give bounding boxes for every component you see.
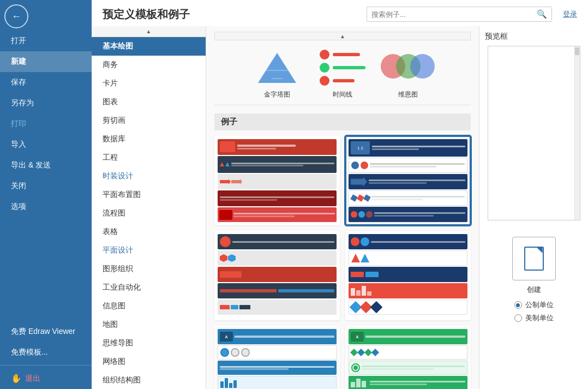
cat-item-flowchart[interactable]: 流程图 — [92, 204, 206, 223]
sidebar-item-new[interactable]: 新建 — [0, 51, 92, 72]
example-preview-2: 1 2 — [346, 137, 470, 224]
login-link[interactable]: 登录 — [563, 9, 577, 19]
gallery-scroll-up[interactable]: ▲ — [214, 32, 471, 40]
example-item-6[interactable]: A — [345, 326, 471, 389]
cat-item-chart[interactable]: 图表 — [92, 93, 206, 111]
preview-scroll-thumb[interactable] — [575, 47, 579, 55]
cat-item-orgshape[interactable]: 图形组织 — [92, 260, 206, 278]
sidebar-divider — [0, 365, 92, 366]
create-button[interactable] — [512, 237, 556, 280]
example-preview-4 — [346, 232, 470, 319]
create-label: 创建 — [527, 285, 541, 295]
content-area: ▲ 基本绘图 商务 卡片 图表 剪切画 数据库 工程 时装设计 — [92, 26, 588, 389]
sidebar-item-open[interactable]: 打开 — [0, 31, 92, 51]
sidebar-item-export[interactable]: 导出 & 发送 — [0, 155, 92, 176]
timeline-preview — [315, 49, 370, 87]
sidebar-item-options[interactable]: 选项 — [0, 196, 92, 217]
example-preview-6: A — [346, 327, 470, 389]
example-preview-1 — [215, 137, 339, 224]
cat-item-engineering[interactable]: 工程 — [92, 148, 206, 167]
page-title: 预定义模板和例子 — [103, 7, 190, 22]
cat-item-orgchart[interactable]: 组织结构图 — [92, 371, 206, 389]
sidebar-item-import[interactable]: 导入 — [0, 134, 92, 155]
cat-item-map[interactable]: 地图 — [92, 315, 206, 334]
template-gallery: ▲ 金字塔图 — [206, 26, 479, 389]
preview-box — [488, 46, 580, 220]
preview-pane: 预览框 创建 公制单位 — [479, 26, 588, 389]
sidebar-item-save[interactable]: 保存 — [0, 72, 92, 93]
venn-preview — [381, 49, 435, 87]
examples-header: 例子 — [214, 113, 471, 130]
example-item-1[interactable] — [214, 136, 340, 225]
exit-icon: ✋ — [11, 373, 22, 384]
sidebar: ← 打开 新建 保存 另存为 打印 导入 导出 & 发送 关闭 选项 免费 Ed… — [0, 0, 92, 389]
examples-grid: 1 2 — [214, 136, 471, 389]
sidebar-item-saveas[interactable]: 另存为 — [0, 93, 92, 113]
template-timeline[interactable]: 时间线 — [315, 49, 370, 99]
example-preview-3 — [215, 232, 339, 319]
category-list: ▲ 基本绘图 商务 卡片 图表 剪切画 数据库 工程 时装设计 — [92, 26, 206, 389]
category-scroll-up[interactable]: ▲ — [92, 26, 206, 37]
sidebar-item-viewer[interactable]: 免费 Edraw Viewer — [0, 321, 92, 342]
cat-item-database[interactable]: 数据库 — [92, 130, 206, 148]
top-templates-row: 金字塔图 — [214, 43, 471, 105]
radio-circle-us — [514, 314, 522, 322]
document-icon — [524, 247, 544, 271]
back-button[interactable]: ← — [4, 4, 28, 28]
cat-item-infographic[interactable]: 信息图 — [92, 297, 206, 315]
sidebar-item-template[interactable]: 免费模板... — [0, 342, 92, 363]
cat-item-basic[interactable]: 基本绘图 — [92, 37, 206, 56]
example-preview-5: A — [215, 327, 339, 389]
radio-public-unit[interactable]: 公制单位 — [514, 300, 554, 310]
page-header: 预定义模板和例子 🔍 登录 — [92, 0, 588, 26]
template-venn[interactable]: 维恩图 — [381, 49, 435, 99]
sidebar-item-close[interactable]: 关闭 — [0, 176, 92, 196]
preview-label: 预览框 — [485, 32, 508, 41]
search-icon[interactable]: 🔍 — [537, 9, 547, 19]
cat-item-table[interactable]: 表格 — [92, 223, 206, 241]
example-item-3[interactable] — [214, 231, 340, 320]
cat-item-industrial[interactable]: 工业自动化 — [92, 278, 206, 297]
template-pyramid[interactable]: 金字塔图 — [250, 49, 304, 99]
sidebar-item-exit[interactable]: ✋ 退出 — [0, 368, 92, 389]
example-item-4[interactable] — [345, 231, 471, 320]
cat-item-floorplan[interactable]: 平面布置图 — [92, 185, 206, 204]
cat-item-fashion[interactable]: 时装设计 — [92, 167, 206, 185]
create-button-area: 创建 — [512, 237, 556, 295]
cat-item-business[interactable]: 商务 — [92, 56, 206, 74]
search-input[interactable] — [371, 10, 537, 19]
main-area: 预定义模板和例子 🔍 登录 ▲ 基本绘图 商务 卡片 图表 — [92, 0, 588, 389]
sidebar-item-print[interactable]: 打印 — [0, 113, 92, 134]
cat-item-mindmap[interactable]: 思维导图 — [92, 334, 206, 352]
cat-item-flatdesign[interactable]: 平面设计 — [92, 241, 206, 260]
unit-radio-group: 公制单位 美制单位 — [514, 300, 554, 323]
radio-circle-public — [514, 301, 522, 309]
radio-us-unit[interactable]: 美制单位 — [514, 313, 554, 323]
example-item-5[interactable]: A — [214, 326, 340, 389]
search-bar: 🔍 — [367, 7, 552, 22]
cat-item-card[interactable]: 卡片 — [92, 74, 206, 93]
example-item-2[interactable]: 1 2 — [345, 136, 471, 225]
pyramid-preview — [250, 49, 304, 87]
cat-item-network[interactable]: 网络图 — [92, 352, 206, 371]
cat-item-clipart[interactable]: 剪切画 — [92, 111, 206, 130]
